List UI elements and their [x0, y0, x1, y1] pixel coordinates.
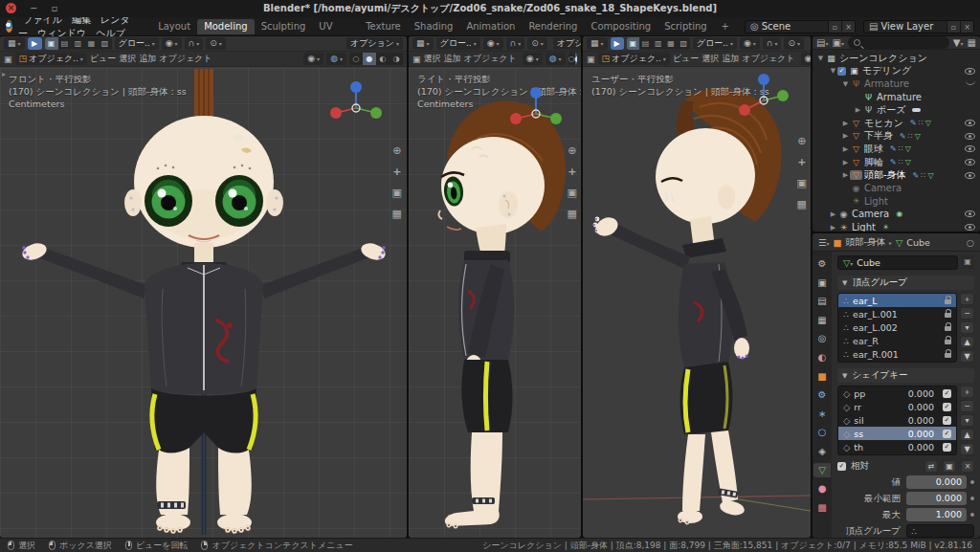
viewport-front[interactable]: ▦▾▶▣▤▥▦▧グロー..▾◉▾∩▾⊙▾オプション▾ ▣◳オブジェク..▾ビュー… [0, 36, 407, 538]
viewport-menu-オブジェクト[interactable]: オブジェクト [742, 53, 794, 65]
workspace-tab-uv-editing[interactable]: UV Editing [312, 19, 359, 34]
show-gizmo-icon[interactable]: ◉▾ [801, 53, 811, 65]
properties-tab-particles[interactable]: ∗ [813, 407, 831, 421]
outliner-row-下半身[interactable]: ▶▽下半身✎∷▽ [813, 130, 980, 144]
show-gizmo-icon[interactable]: ◉▾ [303, 53, 323, 65]
workspace-tab-shading[interactable]: Shading [408, 19, 460, 34]
edit-mode-icon[interactable]: ▣ [943, 460, 956, 473]
disclosure-icon[interactable]: ▼ [816, 55, 825, 62]
transform-orientation-dropdown[interactable]: グロー..▾ [436, 37, 480, 50]
properties-tab-object-data[interactable]: ▽ [813, 463, 831, 477]
editor-type-icon[interactable]: ☰▾ [818, 237, 830, 248]
proportional-editing-icon[interactable]: ⊙▾ [527, 37, 547, 50]
viewport-menu-選択[interactable]: 選択 [424, 53, 441, 65]
visibility-eye-icon[interactable] [965, 159, 975, 166]
display-mode-icon[interactable]: ▣▾ [832, 37, 843, 48]
vertex-group-specials-button[interactable]: ▾ [960, 321, 974, 334]
visibility-eye-icon[interactable] [965, 145, 975, 152]
active-tool-icon[interactable]: ▶ [611, 37, 624, 50]
properties-tab-object[interactable]: ■ [813, 369, 831, 384]
outliner-row-頭部-身体[interactable]: ▶▽頭部-身体✎∷▽ [813, 168, 980, 182]
lock-icon[interactable] [945, 313, 951, 318]
outliner-row-Camera[interactable]: ◉Camera [813, 182, 980, 195]
editor-type-icon[interactable]: ▦▾ [4, 37, 25, 50]
editor-type-icon[interactable]: ▣ [4, 55, 12, 64]
pivot-point-dropdown[interactable]: ◉▾ [483, 37, 503, 50]
properties-tab-view-layer[interactable]: ▦ [813, 313, 831, 327]
visibility-eye-closed-icon[interactable] [966, 80, 975, 85]
sync-icon[interactable]: ⇄ [924, 460, 938, 473]
animate-dot-icon[interactable] [970, 497, 974, 500]
fake-user-button[interactable]: ▣ [961, 255, 974, 270]
viewport-menu-選択[interactable]: 選択 [119, 53, 136, 65]
viewport-nav-icons[interactable]: ⊕+▣▦ [797, 135, 807, 210]
move-down-button[interactable]: ▼ [960, 350, 974, 363]
options-dropdown[interactable]: オプション▾ [346, 37, 403, 50]
mesh-name-field[interactable]: ▽▾ Cube [837, 255, 958, 270]
visibility-eye-icon[interactable] [965, 210, 975, 217]
properties-tab-physics[interactable]: ○ [813, 425, 831, 439]
add-workspace-button[interactable]: + [716, 21, 735, 32]
viewport-menu-選択[interactable]: 選択 [702, 53, 719, 65]
move-down-button[interactable]: ▼ [960, 443, 974, 455]
outliner-row-Armature[interactable]: ΨArmature [813, 91, 980, 104]
transform-orientation-dropdown[interactable]: グロー..▾ [115, 37, 159, 50]
properties-tab-output[interactable]: ▤ [813, 294, 831, 308]
shape-key-vertex-group-field[interactable]: ∴ [906, 524, 974, 538]
snap-toggle-icon[interactable]: ∩▾ [506, 37, 525, 50]
outliner-row-Light[interactable]: ▶☀Light☀ [813, 221, 980, 232]
properties-tab-scene[interactable]: ◎ [813, 331, 831, 345]
proportional-editing-icon[interactable]: ⊙▾ [206, 37, 226, 50]
viewport-menu-追加[interactable]: 追加 [722, 53, 739, 65]
viewport-menu-オブジェクト[interactable]: オブジェクト [159, 53, 212, 65]
outliner-row-ポーズ[interactable]: ▶Ψポーズ [813, 103, 980, 117]
view-layer-selector[interactable]: ▤View Layer ▫ × [863, 20, 974, 33]
workspace-tab-layout[interactable]: Layout [151, 19, 197, 34]
remove-shape-key-button[interactable]: − [960, 400, 974, 412]
shape-key-row-ss[interactable]: ◇ss0.000✓ [838, 427, 956, 440]
viewport-menu-追加[interactable]: 追加 [139, 53, 156, 65]
viewport-canvas-right[interactable]: ライト・平行投影 (170) シーンコレクション | 頭部-身体 : ss Ce… [409, 68, 581, 538]
disclosure-icon[interactable]: ▶ [854, 106, 862, 114]
lock-icon[interactable] [945, 340, 951, 344]
outliner-row-モデリング[interactable]: ▼✓▣モデリング [813, 65, 980, 78]
viewport-canvas-user[interactable]: ユーザー・平行投影 (170) シーンコレクション | 頭部-身体 : ss ⊕… [583, 68, 811, 538]
shape-key-row-th[interactable]: ◇th0.000✓ [838, 440, 956, 453]
scene-selector[interactable]: ◎Scene ▫ × [745, 20, 856, 33]
properties-tab-constraints[interactable]: ◈ [813, 444, 831, 458]
disclosure-icon[interactable]: ▶ [829, 224, 837, 232]
snap-toggle-icon[interactable]: ∩▾ [185, 37, 204, 50]
select-mode-options[interactable]: ▣▤▥▦▧ [45, 37, 112, 50]
remove-view-layer-button[interactable]: × [960, 21, 973, 33]
overlays-icon[interactable]: ◍▾ [326, 53, 346, 65]
workspace-tab-animation[interactable]: Animation [459, 19, 522, 34]
show-gizmo-icon[interactable]: ◉▾ [523, 53, 543, 65]
shape-key-specials-button[interactable]: ▾ [960, 414, 974, 427]
outliner-row-シーンコレクション[interactable]: ▼▦シーンコレクション [813, 52, 980, 65]
breadcrumb-object[interactable]: 頭部-身体 [846, 236, 885, 249]
vertex-groups-panel-header[interactable]: ▼ 頂点グループ [837, 276, 974, 290]
visibility-eye-icon[interactable] [965, 133, 975, 140]
breadcrumb-data[interactable]: Cube [906, 237, 930, 248]
viewport-menu-オブジェクト[interactable]: オブジェクト [464, 53, 517, 65]
workspace-tab-scripting[interactable]: Scripting [657, 19, 713, 34]
slider-最小範囲[interactable]: 0.000 [906, 492, 967, 505]
workspace-tab-compositing[interactable]: Compositing [584, 19, 657, 34]
disclosure-icon[interactable]: ▶ [841, 120, 850, 127]
lock-icon[interactable] [945, 299, 951, 304]
viewport-nav-icons[interactable]: ⊕+▣▦ [392, 144, 402, 220]
editor-type-icon[interactable]: ▣ [587, 55, 595, 64]
mode-dropdown[interactable]: ◳オブジェク..▾ [598, 53, 670, 65]
workspace-tab-sculpting[interactable]: Sculpting [255, 19, 313, 34]
collection-checkbox[interactable]: ✓ [837, 67, 846, 76]
workspace-tab-rendering[interactable]: Rendering [522, 19, 584, 34]
pivot-point-dropdown[interactable]: ◉▾ [162, 37, 182, 50]
outliner-row-Camera[interactable]: ▶◉Camera◉ [813, 208, 980, 221]
outliner-row-モヒカン[interactable]: ▶▽モヒカン✎∷▽ [813, 117, 980, 130]
shading-mode-segment[interactable]: ○●◐◑ [568, 53, 577, 65]
viewport-canvas-front[interactable]: ▸ [0, 68, 407, 538]
lock-icon[interactable] [945, 353, 951, 358]
disclosure-icon[interactable]: ▶ [841, 171, 850, 179]
visibility-eye-icon[interactable] [965, 172, 975, 179]
pin-icon[interactable]: ○ [967, 237, 974, 248]
